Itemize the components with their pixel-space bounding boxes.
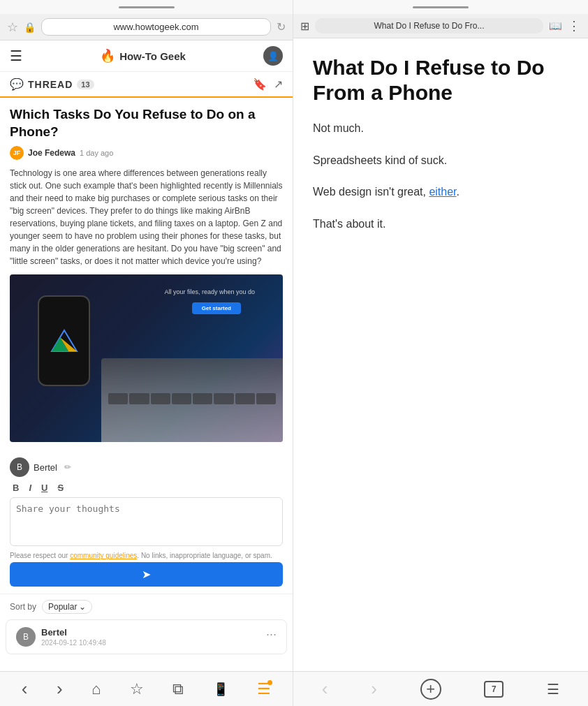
article-section: Which Tasks Do You Refuse to Do on a Pho… bbox=[0, 98, 293, 450]
menu-button[interactable]: ☰ bbox=[257, 680, 271, 698]
thread-header: 💬 THREAD 13 🔖 ↗ bbox=[0, 72, 293, 98]
bookmarks-button[interactable]: ☆ bbox=[130, 680, 144, 698]
article-body: Technology is one area where differences… bbox=[10, 167, 283, 267]
sidebar-toggle-icon[interactable]: ⊞ bbox=[300, 20, 309, 33]
right-more-icon[interactable]: ⋮ bbox=[568, 18, 581, 34]
google-drive-icon bbox=[50, 329, 78, 353]
sort-by-label: Sort by bbox=[10, 602, 36, 612]
right-bottom-nav: ‹ › + 7 ☰ bbox=[293, 671, 588, 706]
comment-timestamp: 2024-09-12 10:49:48 bbox=[41, 639, 260, 647]
right-tabs-button[interactable]: 7 bbox=[484, 681, 504, 698]
community-guidelines-link[interactable]: community guidelines bbox=[70, 552, 137, 559]
right-article-content: What Do I Refuse to Do From a Phone Not … bbox=[293, 38, 588, 671]
author-row: JF Joe Fedewa 1 day ago bbox=[10, 146, 283, 160]
user-avatar[interactable]: 👤 bbox=[263, 46, 283, 66]
url-bar[interactable]: www.howtogeek.com bbox=[41, 18, 271, 36]
thread-count-badge: 13 bbox=[77, 80, 94, 89]
lock-icon: 🔒 bbox=[24, 22, 36, 33]
right-status-bar bbox=[293, 0, 588, 14]
right-back-button[interactable]: ‹ bbox=[322, 678, 328, 700]
comment-textarea[interactable] bbox=[10, 497, 283, 546]
right-status-bar-indicator bbox=[413, 6, 469, 8]
site-logo[interactable]: 🔥 How-To Geek bbox=[100, 48, 186, 64]
author-avatar: JF bbox=[10, 146, 24, 160]
back-button[interactable]: ‹ bbox=[22, 678, 28, 700]
hamburger-menu-icon[interactable]: ☰ bbox=[10, 47, 22, 64]
author-name[interactable]: Joe Fedewa bbox=[28, 148, 75, 158]
sort-bar: Sort by Popular ⌄ bbox=[0, 594, 293, 619]
submit-icon: ➤ bbox=[142, 568, 151, 581]
thread-bookmark-icon[interactable]: 🔖 bbox=[253, 78, 267, 91]
right-bookmark-icon[interactable]: 📖 bbox=[549, 20, 562, 32]
keyboard-overlay bbox=[108, 393, 276, 435]
left-scroll-area[interactable]: Which Tasks Do You Refuse to Do on a Pho… bbox=[0, 98, 293, 671]
thread-icon: 💬 bbox=[10, 78, 24, 91]
right-article-title: What Do I Refuse to Do From a Phone bbox=[313, 55, 568, 105]
forward-button[interactable]: › bbox=[57, 678, 63, 700]
strikethrough-button[interactable]: S bbox=[54, 481, 66, 494]
comment-input-area: B Bertel ✏ B I U S Please respect our co… bbox=[0, 450, 293, 594]
right-article-para-4: That's about it. bbox=[313, 215, 568, 233]
submit-comment-button[interactable]: ➤ bbox=[10, 562, 283, 587]
phone-mockup bbox=[38, 295, 90, 386]
comment-username[interactable]: Bertel bbox=[41, 627, 260, 638]
sort-dropdown[interactable]: Popular ⌄ bbox=[42, 600, 92, 614]
site-header: ☰ 🔥 How-To Geek 👤 bbox=[0, 41, 293, 72]
underline-button[interactable]: U bbox=[38, 481, 50, 494]
right-url-bar[interactable]: What Do I Refuse to Do Fro... bbox=[315, 18, 543, 34]
guidelines-text: Please respect our community guidelines.… bbox=[10, 552, 283, 559]
comment-more-icon[interactable]: ··· bbox=[266, 627, 277, 642]
article-title: Which Tasks Do You Refuse to Do on a Pho… bbox=[10, 106, 283, 140]
comment-preview: B Bertel 2024-09-12 10:49:48 ··· bbox=[6, 619, 287, 654]
bold-button[interactable]: B bbox=[10, 481, 22, 494]
right-article-para-2: Spreadsheets kind of suck. bbox=[313, 152, 568, 170]
thread-share-icon[interactable]: ↗ bbox=[274, 78, 283, 91]
status-bar-indicator bbox=[119, 6, 175, 8]
sort-option-label: Popular bbox=[48, 602, 77, 612]
tabs-button[interactable]: ⧉ bbox=[172, 680, 184, 698]
right-menu-button[interactable]: ☰ bbox=[547, 681, 559, 698]
thread-title-area: 💬 THREAD 13 bbox=[10, 78, 94, 91]
commenter-avatar: B bbox=[10, 457, 29, 477]
right-panel: ⊞ What Do I Refuse to Do Fro... 📖 ⋮ What… bbox=[293, 0, 588, 706]
comment-meta: Bertel 2024-09-12 10:49:48 bbox=[41, 627, 260, 647]
left-bottom-nav: ‹ › ⌂ ☆ ⧉ 📱 ☰ bbox=[0, 671, 293, 706]
right-browser-chrome: ⊞ What Do I Refuse to Do Fro... 📖 ⋮ bbox=[293, 14, 588, 38]
home-button[interactable]: ⌂ bbox=[91, 680, 101, 698]
right-add-button[interactable]: + bbox=[420, 679, 441, 700]
bookmark-star-icon[interactable]: ☆ bbox=[7, 20, 18, 35]
article-image: Get started All your files, ready when y… bbox=[10, 274, 283, 442]
refresh-icon[interactable]: ↻ bbox=[277, 20, 286, 34]
comment-row: B Bertel 2024-09-12 10:49:48 ··· bbox=[16, 627, 277, 647]
right-article-para-1: Not much. bbox=[313, 119, 568, 138]
comment-user-avatar: B bbox=[16, 627, 36, 647]
commenter-row: B Bertel ✏ bbox=[10, 457, 283, 477]
site-logo-text: How-To Geek bbox=[119, 50, 186, 62]
edit-icon[interactable]: ✏ bbox=[64, 462, 71, 472]
thread-actions: 🔖 ↗ bbox=[253, 78, 283, 91]
left-browser-chrome: ☆ 🔒 www.howtogeek.com ↻ bbox=[0, 14, 293, 41]
laptop-screen-button: Get started bbox=[192, 302, 241, 314]
author-time: 1 day ago bbox=[80, 149, 113, 157]
menu-notification-dot bbox=[267, 680, 272, 685]
right-forward-button[interactable]: › bbox=[371, 678, 377, 700]
chevron-down-icon: ⌄ bbox=[79, 602, 86, 612]
left-panel: ☆ 🔒 www.howtogeek.com ↻ ☰ 🔥 How-To Geek … bbox=[0, 0, 293, 706]
format-toolbar: B I U S bbox=[10, 481, 283, 494]
logo-flame-icon: 🔥 bbox=[100, 48, 115, 64]
right-article-para-3: Web design isn't great, either. bbox=[313, 183, 568, 201]
commenter-name: Bertel bbox=[34, 462, 57, 473]
left-status-bar bbox=[0, 0, 293, 14]
laptop-screen-text: All your files, ready when you do bbox=[164, 288, 255, 295]
either-link[interactable]: either bbox=[429, 186, 456, 198]
italic-button[interactable]: I bbox=[26, 481, 34, 494]
thread-label: THREAD bbox=[28, 79, 73, 90]
phone-button[interactable]: 📱 bbox=[213, 682, 228, 697]
